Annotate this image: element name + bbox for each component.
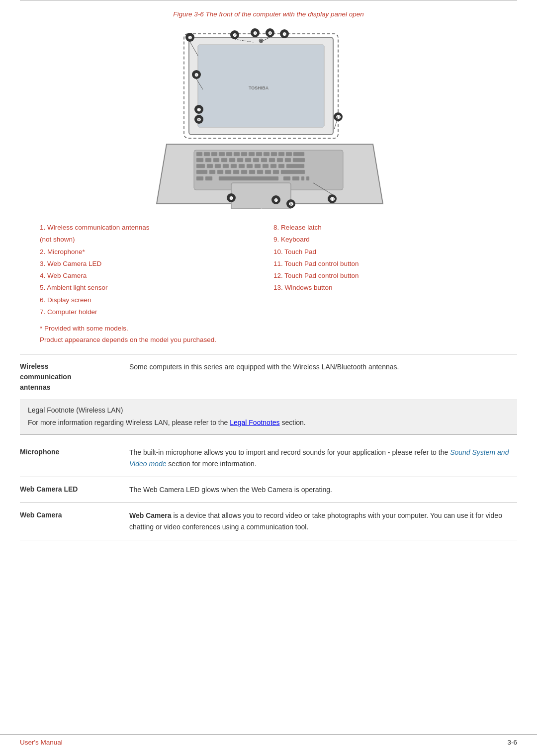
svg-rect-47 xyxy=(225,170,231,174)
svg-rect-5 xyxy=(196,152,202,156)
svg-rect-38 xyxy=(247,164,253,168)
svg-rect-15 xyxy=(271,152,277,156)
svg-rect-46 xyxy=(217,170,223,174)
sound-system-link[interactable]: Sound System and Video mode xyxy=(129,448,509,468)
svg-rect-22 xyxy=(221,158,227,162)
svg-rect-41 xyxy=(270,164,276,168)
part-item-1b: (not shown) xyxy=(40,234,264,246)
parts-left-list: 1. Wireless communication antennas (not … xyxy=(40,222,264,318)
svg-text:❹: ❹ xyxy=(268,31,272,36)
svg-rect-21 xyxy=(213,158,219,162)
laptop-diagram: TOSHIBA ❶ ❷ ❸ ❹ ❺ ❻ xyxy=(139,25,398,209)
svg-rect-18 xyxy=(293,152,304,156)
svg-rect-24 xyxy=(237,158,243,162)
part-item-4: 4. Web Camera xyxy=(40,270,264,282)
microphone-term-text: Microphone xyxy=(20,448,59,456)
part-item-11: 11. Touch Pad control button xyxy=(273,258,497,270)
spacer-1 xyxy=(20,435,517,440)
svg-rect-11 xyxy=(241,152,247,156)
svg-rect-6 xyxy=(204,152,210,156)
svg-rect-30 xyxy=(285,158,291,162)
svg-rect-57 xyxy=(205,176,212,180)
svg-text:⓭: ⓭ xyxy=(336,115,341,120)
svg-rect-61 xyxy=(306,176,309,180)
svg-rect-49 xyxy=(241,170,247,174)
svg-rect-53 xyxy=(273,170,279,174)
svg-rect-14 xyxy=(264,152,269,156)
svg-rect-58 xyxy=(283,176,290,180)
web-camera-def: Web Camera is a device that allows you t… xyxy=(129,510,517,533)
part-item-8: 8. Release latch xyxy=(273,222,497,234)
svg-rect-36 xyxy=(231,164,237,168)
svg-rect-10 xyxy=(234,152,240,156)
svg-rect-7 xyxy=(211,152,217,156)
web-camera-term-text: Web Camera xyxy=(20,511,62,519)
svg-rect-48 xyxy=(233,170,239,174)
part-item-2: 2. Microphone* xyxy=(40,246,264,258)
diagram-container: TOSHIBA ❶ ❷ ❸ ❹ ❺ ❻ xyxy=(20,25,517,209)
part-item-5: 5. Ambient light sensor xyxy=(40,282,264,294)
svg-rect-23 xyxy=(229,158,235,162)
svg-rect-59 xyxy=(292,176,299,180)
note-section: * Provided with some models. Product app… xyxy=(0,323,537,346)
web-camera-led-def: The Web Camera LED glows when the Web Ca… xyxy=(129,484,517,496)
svg-rect-9 xyxy=(226,152,232,156)
legal-footnote-title: Legal Footnote (Wireless LAN) xyxy=(28,406,509,414)
web-camera-bold: Web Camera xyxy=(129,511,172,519)
svg-rect-19 xyxy=(196,158,203,162)
svg-rect-16 xyxy=(278,152,284,156)
svg-text:❿: ❿ xyxy=(274,198,278,203)
parts-left-col: 1. Wireless communication antennas (not … xyxy=(40,222,264,318)
part-item-9: 9. Keyboard xyxy=(273,234,497,246)
parts-list-section: 1. Wireless communication antennas (not … xyxy=(0,222,537,318)
part-item-1: 1. Wireless communication antennas xyxy=(40,222,264,234)
svg-rect-50 xyxy=(249,170,255,174)
part-item-3: 3. Web Camera LED xyxy=(40,258,264,270)
web-camera-led-term: Web Camera LED xyxy=(20,484,129,495)
wireless-term-text: Wirelesscommunicationantennas xyxy=(20,362,71,391)
footer: User's Manual 3-6 xyxy=(0,734,537,746)
part-item-7: 7. Computer holder xyxy=(40,306,264,318)
svg-text:❻: ❻ xyxy=(194,73,198,78)
legal-footnotes-link[interactable]: Legal Footnotes xyxy=(230,419,279,426)
legal-footnote-text: For more information regarding Wireless … xyxy=(28,417,509,428)
footer-left: User's Manual xyxy=(20,739,63,746)
svg-rect-35 xyxy=(223,164,229,168)
svg-text:❽: ❽ xyxy=(197,117,201,122)
svg-rect-40 xyxy=(263,164,268,168)
microphone-def: The built-in microphone allows you to im… xyxy=(129,447,517,470)
svg-rect-25 xyxy=(245,158,251,162)
svg-rect-56 xyxy=(196,176,203,180)
svg-rect-44 xyxy=(196,170,207,174)
svg-rect-45 xyxy=(209,170,215,174)
svg-rect-39 xyxy=(255,164,261,168)
wireless-def: Some computers in this series are equipp… xyxy=(129,361,517,373)
svg-rect-8 xyxy=(219,152,225,156)
part-item-12: 12. Touch Pad control button xyxy=(273,270,497,282)
svg-rect-43 xyxy=(286,164,304,168)
parts-right-list: 8. Release latch 9. Keyboard 10. Touch P… xyxy=(273,222,497,294)
svg-rect-27 xyxy=(261,158,267,162)
svg-text:⓫: ⓫ xyxy=(330,197,335,202)
figure-caption: Figure 3-6 The front of the computer wit… xyxy=(20,10,517,18)
web-camera-row: Web Camera Web Camera is a device that a… xyxy=(20,503,517,540)
svg-rect-51 xyxy=(257,170,263,174)
page-container: Figure 3-6 The front of the computer wit… xyxy=(0,0,537,756)
svg-rect-34 xyxy=(215,164,221,168)
svg-rect-28 xyxy=(269,158,275,162)
svg-rect-29 xyxy=(277,158,283,162)
svg-text:❷: ❷ xyxy=(233,33,237,38)
svg-rect-55 xyxy=(219,176,278,180)
part-item-6: 6. Display screen xyxy=(40,294,264,306)
svg-text:TOSHIBA: TOSHIBA xyxy=(249,85,269,90)
svg-rect-31 xyxy=(293,158,305,162)
svg-text:❼: ❼ xyxy=(197,107,201,112)
web-camera-led-row: Web Camera LED The Web Camera LED glows … xyxy=(20,477,517,503)
svg-text:❾: ❾ xyxy=(229,196,233,201)
svg-rect-52 xyxy=(265,170,271,174)
web-camera-term: Web Camera xyxy=(20,510,129,520)
svg-rect-20 xyxy=(205,158,211,162)
svg-text:❸: ❸ xyxy=(253,31,257,36)
microphone-term: Microphone xyxy=(20,447,129,457)
note-line-1: * Provided with some models. xyxy=(40,323,497,335)
